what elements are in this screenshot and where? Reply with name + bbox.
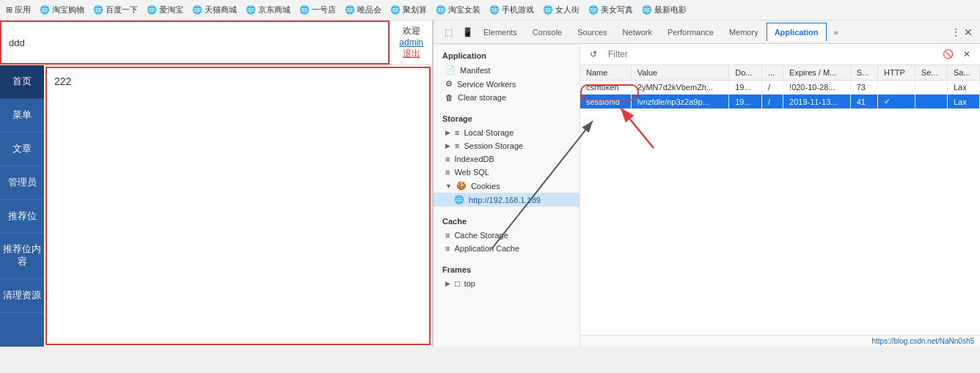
nav-item-recommend-content[interactable]: 推荐位内容	[0, 233, 44, 279]
globe-icon-1: 🌐	[40, 5, 50, 15]
clear-filter-button[interactable]: ✕	[959, 47, 974, 62]
row1-expires: !020-10-28...	[783, 81, 851, 95]
bookmark-games[interactable]: 🌐 手机游戏	[489, 4, 534, 15]
sidebar-item-manifest[interactable]: 📄 Manifest	[434, 63, 579, 77]
sidebar-group-application: Application 📄 Manifest ⚙ Service Workers…	[434, 44, 579, 104]
row2-size: 41	[850, 95, 877, 109]
bookmark-movie[interactable]: 🌐 最新电影	[642, 4, 687, 15]
bookmark-nvren[interactable]: 🌐 女人街	[543, 4, 579, 15]
sidebar-item-local-storage[interactable]: ▶ ≡ Local Storage	[434, 126, 579, 139]
row2-expires: 2019-11-13...	[783, 95, 851, 109]
tab-console[interactable]: Console	[525, 23, 570, 41]
app-cache-icon: ≡	[445, 244, 450, 253]
col-value[interactable]: Value	[631, 65, 728, 81]
bookmark-apps[interactable]: ⊞ 应用	[6, 4, 31, 15]
bookmark-jhs[interactable]: 🌐 聚划算	[390, 4, 427, 15]
tab-elements[interactable]: Elements	[476, 23, 525, 41]
sidebar-item-top-frame[interactable]: ▶ □ top	[434, 277, 579, 290]
clear-storage-icon: 🗑	[445, 93, 453, 102]
bookmark-jd[interactable]: 🌐 京东商城	[246, 4, 290, 15]
bookmark-meinv[interactable]: 🌐 美女写真	[588, 4, 633, 15]
sidebar-item-application-cache[interactable]: ≡ Application Cache	[434, 242, 579, 255]
col-secure[interactable]: Se...	[915, 65, 947, 81]
row2-name: sessionid	[580, 95, 631, 109]
sidebar-group-cache: Cache ≡ Cache Storage ≡ Application Cach…	[434, 210, 579, 255]
bookmark-aitaobao[interactable]: 🌐 爱淘宝	[147, 4, 183, 15]
sidebar-item-service-workers[interactable]: ⚙ Service Workers	[434, 77, 579, 91]
sidebar-item-clear-storage[interactable]: 🗑 Clear storage	[434, 91, 579, 104]
row1-secure	[915, 81, 947, 95]
tab-network[interactable]: Network	[615, 23, 660, 41]
row1-name: csrftoken	[580, 81, 631, 95]
bookmark-baidu[interactable]: 🌐 百度一下	[93, 4, 138, 15]
tab-performance[interactable]: Performance	[660, 23, 722, 41]
filter-input[interactable]	[605, 48, 936, 61]
cache-storage-label: Cache Storage	[454, 231, 508, 240]
row1-value: 2yMN7d2kVbemZh...	[631, 81, 728, 95]
sidebar-item-cookies[interactable]: ▼ 🍪 Cookies	[434, 179, 579, 193]
local-storage-label: Local Storage	[464, 128, 513, 137]
logout-link[interactable]: 退出	[403, 48, 420, 60]
website-welcome: 欢迎 admin 退出	[390, 21, 432, 64]
bookmark-vip[interactable]: 🌐 唯品会	[345, 4, 381, 15]
bookmark-label-5: 京东商城	[258, 4, 290, 15]
globe-icon-10: 🌐	[489, 5, 500, 15]
col-path[interactable]: ...	[761, 65, 783, 81]
nav-item-article[interactable]: 文章	[0, 133, 44, 166]
bookmark-taobao[interactable]: 🌐 淘宝购物	[40, 4, 84, 15]
globe-icon-12: 🌐	[588, 5, 599, 15]
tab-more[interactable]: »	[827, 23, 846, 41]
devtools-kebab-icon[interactable]: ⋮	[951, 26, 961, 38]
nav-item-admin[interactable]: 管理员	[0, 166, 44, 200]
block-cookies-button[interactable]: 🚫	[940, 47, 955, 62]
bookmark-label-1: 淘宝购物	[52, 4, 84, 15]
col-samesite[interactable]: Sa...	[947, 65, 979, 81]
row2-secure	[915, 95, 947, 109]
col-expires[interactable]: Expires / M...	[783, 65, 851, 81]
nav-item-recommend[interactable]: 推荐位	[0, 200, 44, 234]
col-name[interactable]: Name	[580, 65, 631, 81]
bookmarks-bar: ⊞ 应用 🌐 淘宝购物 🌐 百度一下 🌐 爱淘宝 🌐 天猫商城 🌐 京东商城 🌐…	[0, 0, 980, 21]
bookmark-nvzhuang[interactable]: 🌐 淘宝女装	[436, 4, 480, 15]
website-search-input[interactable]	[0, 21, 390, 64]
sidebar-item-websql[interactable]: ≡ Web SQL	[434, 166, 579, 179]
col-http[interactable]: HTTP	[878, 65, 915, 81]
tab-sources[interactable]: Sources	[570, 23, 615, 41]
row1-path: /	[761, 81, 783, 95]
admin-link[interactable]: admin	[399, 37, 423, 48]
main-layout: 欢迎 admin 退出 首页 菜单 文章 管理员 推荐位 推荐位内容 清理资源 …	[0, 21, 980, 347]
service-workers-label: Service Workers	[457, 80, 516, 89]
website-body: 首页 菜单 文章 管理员 推荐位 推荐位内容 清理资源 222	[0, 65, 432, 347]
col-domain[interactable]: Do...	[729, 65, 762, 81]
sidebar-item-indexeddb[interactable]: ≡ IndexedDB	[434, 152, 579, 166]
top-frame-label: top	[464, 279, 475, 288]
nav-item-home[interactable]: 首页	[0, 65, 44, 99]
app-cache-label: Application Cache	[454, 244, 519, 253]
website-main: 222	[45, 67, 431, 345]
nav-item-menu[interactable]: 菜单	[0, 99, 44, 133]
tab-application[interactable]: Application	[767, 23, 827, 41]
device-icon[interactable]: 📱	[458, 23, 476, 41]
sidebar-title-cache: Cache	[434, 210, 579, 229]
tab-memory[interactable]: Memory	[722, 23, 767, 41]
sidebar-item-cache-storage[interactable]: ≡ Cache Storage	[434, 229, 579, 242]
globe-icon-4: 🌐	[192, 5, 202, 15]
bookmark-label-2: 百度一下	[106, 4, 138, 15]
inspect-icon[interactable]: ⬚	[439, 23, 457, 41]
sidebar-group-frames: Frames ▶ □ top	[434, 258, 579, 290]
sidebar-item-cookie-url[interactable]: 🌐 http://192.168.1.189	[434, 193, 579, 207]
row2-path: /	[761, 95, 783, 109]
bookmark-label-3: 爱淘宝	[159, 4, 183, 15]
row2-http: ✓	[878, 95, 915, 109]
col-size[interactable]: S...	[850, 65, 877, 81]
table-row[interactable]: sessionid lvnzfdle/np3z2a9p... 19... / 2…	[580, 95, 980, 109]
bookmark-tianmao[interactable]: 🌐 天猫商城	[192, 4, 237, 15]
sidebar-item-session-storage[interactable]: ▶ ≡ Session Storage	[434, 139, 579, 152]
filter-bar: ↺ 🚫 ✕	[580, 44, 980, 65]
refresh-button[interactable]: ↺	[586, 47, 601, 62]
devtools-close-icon[interactable]: ✕	[964, 26, 973, 38]
nav-item-clear[interactable]: 清理资源	[0, 279, 44, 313]
table-row[interactable]: csrftoken 2yMN7d2kVbemZh... 19... / !020…	[580, 81, 980, 95]
bookmark-yihao[interactable]: 🌐 一号店	[299, 4, 336, 15]
app-sidebar: Application 📄 Manifest ⚙ Service Workers…	[434, 44, 580, 347]
